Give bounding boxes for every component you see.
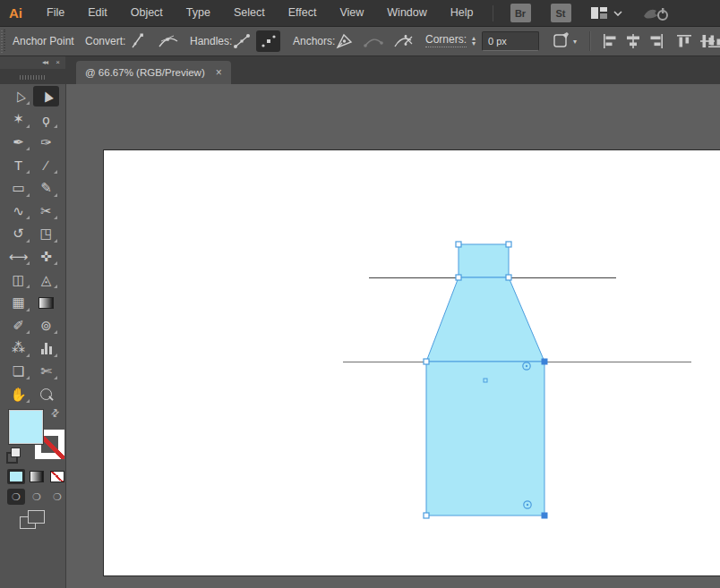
puppet-warp-tool[interactable]: ✜ — [33, 246, 59, 267]
curvature-tool[interactable]: ✑ — [33, 132, 59, 152]
connect-endpoints-button[interactable] — [334, 27, 356, 55]
menu-effect[interactable]: Effect — [277, 0, 329, 26]
show-handles-button[interactable] — [232, 27, 252, 55]
align-horizontal-center-button[interactable] — [625, 27, 641, 55]
app-logo: Ai — [9, 5, 22, 21]
menu-window[interactable]: Window — [375, 0, 438, 26]
tools-grid: ▷ ▶ ✶ ϙ ✒ ✑ T ∕ ▭ ✎ ∿ ✂ ↺ ◳ ⟷ ✜ ◫ ◬ ▦ ✐ … — [4, 85, 60, 405]
rectangle-tool[interactable]: ▭ — [5, 178, 31, 199]
corners-stepper[interactable]: ▴ ▾ — [472, 27, 476, 55]
isolate-chevron-icon[interactable]: ▾ — [573, 27, 577, 55]
close-panel-icon[interactable]: × — [56, 58, 59, 66]
handles-label: Handles: — [190, 27, 232, 55]
controlbar-grip[interactable] — [1, 30, 7, 53]
convert-to-corner-button[interactable] — [128, 27, 148, 55]
controlbar-separator — [589, 31, 591, 51]
menu-select[interactable]: Select — [222, 0, 277, 26]
align-right-button[interactable] — [648, 27, 664, 55]
menubar-separator — [493, 5, 493, 21]
document-tab-title: @ 66.67% (RGB/Preview) — [85, 67, 205, 78]
rotate-tool[interactable]: ↺ — [5, 224, 31, 244]
shaper-tool[interactable]: ∿ — [5, 200, 31, 221]
corners-label[interactable]: Corners: — [425, 33, 467, 47]
cut-path-button[interactable] — [392, 27, 416, 55]
draw-normal-button[interactable]: ❍ — [7, 489, 25, 505]
menu-edit[interactable]: Edit — [76, 0, 119, 26]
hide-handles-button[interactable] — [256, 30, 280, 52]
corners-input[interactable]: 0 px — [482, 31, 539, 51]
scissors-tool[interactable]: ✂ — [33, 200, 59, 221]
column-graph-tool[interactable] — [33, 338, 59, 359]
power-status-icon — [642, 4, 674, 23]
default-fill-stroke-icon[interactable] — [6, 447, 21, 462]
mesh-tool[interactable]: ▦ — [5, 293, 31, 313]
stepper-down-icon[interactable]: ▾ — [472, 41, 476, 47]
tools-panel: ▷ ▶ ✶ ϙ ✒ ✑ T ∕ ▭ ✎ ∿ ✂ ↺ ◳ ⟷ ✜ ◫ ◬ ▦ ✐ … — [0, 84, 66, 588]
eyedropper-tool[interactable]: ✐ — [5, 315, 31, 336]
direct-selection-tool[interactable]: ▶ — [33, 86, 59, 107]
scale-tool[interactable]: ◳ — [33, 224, 59, 244]
align-left-button[interactable] — [602, 27, 618, 55]
type-tool[interactable]: T — [5, 155, 31, 175]
document-tab[interactable]: @ 66.67% (RGB/Preview) × — [76, 61, 231, 84]
menu-bar: Ai File Edit Object Type Select Effect V… — [0, 0, 720, 27]
width-tool[interactable]: ⟷ — [5, 246, 31, 267]
selection-tool[interactable]: ▷ — [5, 86, 31, 107]
shape-builder-tool[interactable]: ◫ — [5, 269, 31, 290]
align-top-button[interactable] — [676, 27, 692, 55]
menu-file[interactable]: File — [35, 0, 76, 26]
tab-strip: ◂◂ × @ 66.67% (RGB/Preview) × — [0, 55, 720, 84]
control-bar: Anchor Point Convert: Handles: — [0, 27, 720, 56]
none-button[interactable] — [48, 469, 66, 484]
stock-button[interactable]: St — [551, 4, 571, 22]
gradient-tool[interactable] — [33, 293, 59, 313]
pen-tool[interactable]: ✒ — [5, 132, 31, 152]
distribute-button[interactable] — [707, 27, 720, 55]
chevron-down-icon[interactable] — [613, 11, 622, 16]
artboard-tool[interactable]: ❏ — [5, 361, 31, 381]
pasteboard — [65, 84, 720, 588]
anchors-label: Anchors: — [293, 27, 335, 55]
isolate-selected-object-button[interactable] — [552, 27, 571, 55]
menu-help[interactable]: Help — [439, 0, 485, 26]
gradient-button[interactable] — [28, 469, 46, 484]
drawing-mode-buttons: ❍ ❍ ❍ — [7, 489, 66, 505]
remove-anchors-button[interactable] — [363, 27, 384, 55]
slice-tool[interactable]: ✄ — [33, 361, 59, 381]
tools-panel-header: ◂◂ × — [0, 55, 65, 69]
screen-mode-icon — [28, 510, 45, 524]
screen-mode-button[interactable] — [20, 510, 47, 530]
workspace-switcher-icon[interactable] — [590, 5, 608, 21]
color-type-buttons — [7, 469, 66, 484]
close-tab-icon[interactable]: × — [216, 66, 222, 79]
controlbar-title: Anchor Point — [13, 27, 74, 55]
blend-tool[interactable]: ⊚ — [33, 315, 59, 336]
draw-inside-button[interactable]: ❍ — [48, 489, 66, 505]
hand-tool[interactable]: ✋ — [5, 384, 31, 405]
illustrator-window: Ai File Edit Object Type Select Effect V… — [0, 0, 720, 588]
convert-label: Convert: — [85, 27, 125, 55]
artboard[interactable] — [103, 149, 720, 576]
magic-wand-tool[interactable]: ✶ — [5, 109, 31, 130]
draw-behind-button[interactable]: ❍ — [28, 489, 46, 505]
menu-object[interactable]: Object — [119, 0, 175, 26]
panel-grip[interactable] — [20, 75, 47, 80]
collapse-panel-icon[interactable]: ◂◂ — [42, 58, 47, 66]
column-graph-icon — [41, 343, 52, 354]
zoom-tool[interactable] — [33, 384, 59, 405]
paintbrush-tool[interactable]: ✎ — [33, 178, 59, 199]
menu-type[interactable]: Type — [175, 0, 222, 26]
menu-view[interactable]: View — [328, 0, 375, 26]
fill-swatch[interactable] — [9, 410, 43, 444]
perspective-grid-tool[interactable]: ◬ — [33, 269, 59, 290]
symbol-sprayer-tool[interactable]: ⁂ — [5, 338, 31, 359]
line-segment-tool[interactable]: ∕ — [33, 155, 59, 175]
bridge-button[interactable]: Br — [510, 4, 531, 22]
color-button[interactable] — [7, 469, 25, 484]
convert-to-smooth-button[interactable] — [158, 27, 179, 55]
swap-fill-stroke-icon[interactable]: ⇄ — [48, 406, 63, 421]
zoom-tool-icon — [40, 388, 52, 400]
lasso-tool[interactable]: ϙ — [33, 109, 59, 130]
gradient-tool-icon — [39, 297, 54, 309]
